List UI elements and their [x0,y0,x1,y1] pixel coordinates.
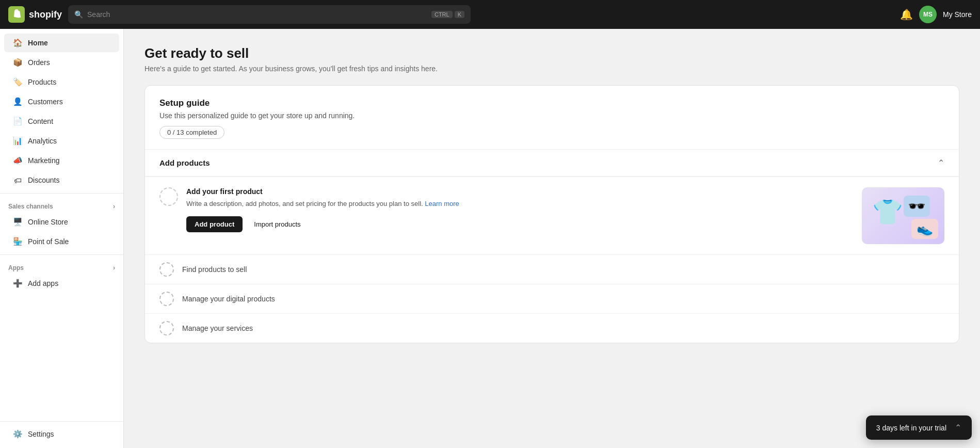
setup-guide-header: Setup guide Use this personalized guide … [145,86,959,150]
content-icon: 📄 [12,116,23,126]
products-icon: 🏷️ [12,77,23,87]
sidebar-item-discounts[interactable]: 🏷 Discounts [4,171,119,189]
sidebar-divider-3 [0,421,123,422]
add-products-title: Add products [159,158,210,167]
sidebar-item-add-apps[interactable]: ➕ Add apps [4,274,119,293]
sidebar-item-products[interactable]: 🏷️ Products [4,73,119,91]
page-title: Get ready to sell [144,45,959,61]
settings-icon: ⚙️ [12,429,23,439]
sidebar-label-discounts: Discounts [28,176,59,184]
sidebar-label-analytics: Analytics [28,137,57,145]
sidebar-label-add-apps: Add apps [28,279,58,287]
first-product-description: Write a description, add photos, and set… [186,199,854,209]
sidebar-divider-2 [0,254,123,255]
section-collapse-icon[interactable]: ⌃ [938,158,944,168]
sidebar-label-marketing: Marketing [28,156,59,165]
sidebar-label-orders: Orders [28,58,50,67]
services-row[interactable]: Manage your services [145,313,959,343]
sidebar-label-content: Content [28,117,53,125]
services-circle [159,321,174,335]
marketing-icon: 📣 [12,155,23,166]
first-product-title: Add your first product [186,187,854,196]
digital-products-circle [159,292,174,306]
sidebar-item-orders[interactable]: 📦 Orders [4,53,119,72]
sidebar-label-pos: Point of Sale [28,237,69,246]
sidebar-bottom: ⚙️ Settings [0,418,123,444]
sidebar-label-home: Home [28,39,48,47]
sidebar-item-settings[interactable]: ⚙️ Settings [4,425,119,443]
sidebar-item-point-of-sale[interactable]: 🏪 Point of Sale [4,232,119,251]
find-products-row[interactable]: Find products to sell [145,254,959,284]
find-products-label: Find products to sell [182,265,247,274]
search-bar[interactable]: 🔍 CTRL K [68,5,471,24]
orders-icon: 📦 [12,57,23,68]
add-products-section-header[interactable]: Add products ⌃ [145,150,959,177]
sales-channels-label: Sales channels [8,203,53,210]
k-key: K [455,11,464,18]
sidebar-item-customers[interactable]: 👤 Customers [4,92,119,111]
search-icon: 🔍 [74,10,83,19]
trial-banner-collapse[interactable]: ⌃ [955,423,961,433]
apps-section: Apps › [0,258,123,274]
discounts-icon: 🏷 [12,175,23,185]
product-illustration: 👕 🕶️ 👟 [862,187,944,244]
digital-products-row[interactable]: Manage your digital products [145,284,959,313]
customers-icon: 👤 [12,97,23,107]
sidebar-item-online-store[interactable]: 🖥️ Online Store [4,213,119,231]
trial-banner-text: 3 days left in your trial [876,424,946,432]
first-product-content: Add your first product Write a descripti… [186,187,854,232]
find-products-circle [159,262,174,277]
first-product-actions: Add product Import products [186,216,854,232]
pos-icon: 🏪 [12,236,23,247]
sidebar-item-analytics[interactable]: 📊 Analytics [4,132,119,150]
search-input[interactable] [87,10,427,19]
import-products-button[interactable]: Import products [248,216,307,232]
shopify-icon [8,6,25,23]
layout: 🏠 Home 📦 Orders 🏷️ Products 👤 Customers … [0,29,980,448]
setup-guide-title: Setup guide [159,98,944,108]
shirt-icon: 👕 [872,198,903,227]
apps-chevron[interactable]: › [113,264,115,271]
shopify-logo[interactable]: shopify [8,6,62,23]
sidebar-label-online-store: Online Store [28,218,68,226]
avatar[interactable]: MS [919,6,937,23]
sales-channels-section: Sales channels › [0,197,123,212]
logo-text: shopify [29,9,62,20]
sidebar-item-marketing[interactable]: 📣 Marketing [4,151,119,170]
notifications-button[interactable]: 🔔 [900,8,913,21]
topbar-right: 🔔 MS My Store [900,6,972,23]
online-store-icon: 🖥️ [12,217,23,227]
shoe-icon: 👟 [911,219,938,239]
sidebar-divider-1 [0,193,123,194]
glasses-icon: 🕶️ [904,196,930,217]
progress-badge: 0 / 13 completed [159,126,224,139]
first-product-circle-icon [159,187,178,206]
add-first-product-row: Add your first product Write a descripti… [145,177,959,254]
sidebar-label-products: Products [28,78,56,86]
ctrl-key: CTRL [431,11,453,18]
learn-more-link[interactable]: Learn more [425,200,459,207]
trial-banner[interactable]: 3 days left in your trial ⌃ [866,415,972,440]
topbar: shopify 🔍 CTRL K 🔔 MS My Store [0,0,980,29]
sidebar-item-content[interactable]: 📄 Content [4,112,119,131]
store-name-label[interactable]: My Store [943,10,972,19]
page-subtitle: Here's a guide to get started. As your b… [144,65,959,73]
services-label: Manage your services [182,324,253,332]
setup-guide-description: Use this personalized guide to get your … [159,111,944,120]
keyboard-shortcut-hint: CTRL K [431,11,464,18]
sidebar-label-customers: Customers [28,98,63,106]
setup-guide-card: Setup guide Use this personalized guide … [144,85,959,343]
analytics-icon: 📊 [12,136,23,146]
main-content: Get ready to sell Here's a guide to get … [124,29,980,448]
add-apps-icon: ➕ [12,278,23,289]
sidebar: 🏠 Home 📦 Orders 🏷️ Products 👤 Customers … [0,29,124,448]
sidebar-label-settings: Settings [28,430,54,438]
add-product-button[interactable]: Add product [186,216,243,232]
home-icon: 🏠 [12,38,23,48]
apps-label: Apps [8,264,24,271]
digital-products-label: Manage your digital products [182,295,275,303]
sales-channels-chevron[interactable]: › [113,203,115,210]
sidebar-item-home[interactable]: 🏠 Home [4,34,119,52]
